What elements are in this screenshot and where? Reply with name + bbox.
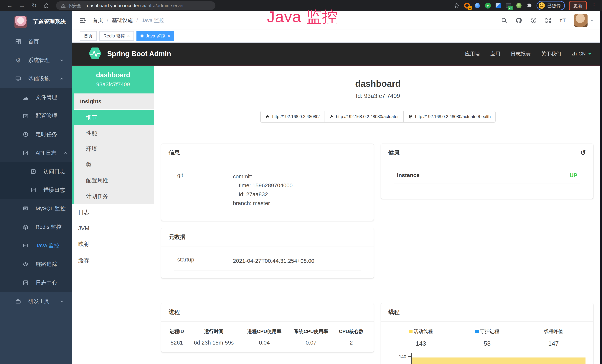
sidebar-item-mysql-monitor[interactable]: MySQL 监控 bbox=[0, 199, 72, 218]
github-icon[interactable] bbox=[516, 17, 522, 24]
active-dot bbox=[140, 34, 143, 37]
threads-legend: 活动线程 143 守护进程 bbox=[388, 328, 587, 347]
sidebar-item-redis-monitor[interactable]: Redis 监控 bbox=[0, 218, 72, 236]
extension-icon-6[interactable] bbox=[516, 2, 522, 9]
sidebar-item-java-monitor[interactable]: Java 监控 bbox=[0, 236, 72, 255]
extension-glyph bbox=[516, 3, 522, 8]
sidebar-item-error-logs[interactable]: 错误日志 bbox=[0, 181, 72, 199]
legend-daemon-threads: 守护进程 53 bbox=[454, 328, 520, 347]
legend-label: 活动线程 bbox=[388, 328, 454, 335]
menu-item-classes[interactable]: 类 bbox=[74, 157, 154, 173]
search-icon[interactable] bbox=[501, 17, 507, 23]
extension-icon-3[interactable]: y bbox=[485, 2, 491, 9]
service-url-button[interactable]: http://192.168.0.2:48080/ bbox=[260, 111, 324, 123]
sidebar-item-label: Redis 监控 bbox=[36, 224, 62, 231]
sba-nav-applications[interactable]: 应用 bbox=[490, 50, 500, 57]
sidebar-item-log-center[interactable]: 日志中心 bbox=[0, 274, 72, 292]
browser-menu-icon[interactable]: ⋮ bbox=[591, 2, 597, 9]
instance-sidebar: dashboard 93a3fc7f7409 Insights 细节 性能 环境… bbox=[72, 66, 154, 364]
sidebar-item-api-logs[interactable]: API 日志 bbox=[0, 144, 72, 162]
col-system-cpu: 系统CPU使用率 bbox=[288, 328, 334, 340]
sidebar-item-home[interactable]: 首页 bbox=[0, 32, 72, 51]
threads-card-title: 线程 bbox=[381, 303, 593, 321]
menu-item-jvm[interactable]: JVM bbox=[72, 221, 154, 236]
menu-item-details[interactable]: 细节 bbox=[74, 110, 154, 125]
legend-swatch-yellow bbox=[409, 330, 412, 333]
sba-nav-wallboard[interactable]: 应用墙 bbox=[465, 50, 480, 57]
sidebar-item-label: 系统管理 bbox=[28, 57, 50, 64]
breadcrumb-infra[interactable]: 基础设施 bbox=[112, 17, 133, 24]
extensions-puzzle-icon[interactable] bbox=[526, 2, 532, 9]
sidebar-logo[interactable]: 芋道管理系统 bbox=[0, 11, 72, 32]
forward-icon[interactable]: → bbox=[17, 1, 27, 10]
extension-icon-1[interactable]: 1 bbox=[464, 2, 470, 9]
breadcrumb-home[interactable]: 首页 bbox=[93, 17, 103, 24]
not-secure-warning[interactable]: 不安全 bbox=[61, 3, 81, 9]
metadata-value: 2021-04-27T00:44:31.254+08:00 bbox=[233, 257, 358, 265]
reload-icon[interactable]: ↻ bbox=[29, 1, 39, 10]
log-edit-icon bbox=[22, 279, 29, 287]
menu-item-environment[interactable]: 环境 bbox=[74, 141, 154, 157]
tab-home[interactable]: 首页 bbox=[80, 31, 97, 41]
back-icon[interactable]: ← bbox=[5, 1, 14, 10]
chevron-up-icon bbox=[63, 150, 68, 155]
sba-nav-about[interactable]: 关于我们 bbox=[541, 50, 561, 57]
actuator-url-button[interactable]: http://192.168.0.2:48080/actuator bbox=[324, 111, 404, 123]
tab-close-icon[interactable]: × bbox=[167, 33, 170, 39]
log-edit-icon bbox=[30, 186, 37, 194]
health-row-instance[interactable]: Instance UP bbox=[394, 170, 580, 184]
instance-header[interactable]: dashboard 93a3fc7f7409 bbox=[72, 66, 154, 94]
menu-item-metrics[interactable]: 性能 bbox=[74, 125, 154, 141]
url-text: dashboard.yudao.iocoder.cn/infra/admin-s… bbox=[87, 3, 184, 8]
health-url: http://192.168.0.2:48080/actuator/health bbox=[415, 114, 491, 119]
info-card: 信息 git commit: time: 1596289704000 id: 2… bbox=[161, 144, 374, 221]
tab-redis-monitor[interactable]: Redis 监控 × bbox=[99, 31, 134, 41]
breadcrumb: 首页 / 基础设施 / Java 监控 bbox=[93, 17, 164, 24]
menu-item-logs[interactable]: 日志 bbox=[72, 204, 154, 221]
home-icon[interactable] bbox=[42, 1, 51, 10]
sidebar-item-access-logs[interactable]: 访问日志 bbox=[0, 162, 72, 181]
infra-submenu: ☁ 文件管理 配置管理 定时任务 bbox=[0, 88, 72, 292]
fullscreen-icon[interactable] bbox=[545, 17, 551, 23]
sidebar-item-tracing[interactable]: 链路追踪 bbox=[0, 255, 72, 274]
sidebar: 芋道管理系统 首页 ⚙ 系统管理 基础设施 bbox=[0, 11, 72, 364]
help-icon[interactable] bbox=[530, 17, 537, 24]
sba-nav-journal[interactable]: 日志报表 bbox=[511, 50, 531, 57]
tab-java-monitor[interactable]: Java 监控 × bbox=[137, 31, 174, 41]
menu-item-scheduled-tasks[interactable]: 计划任务 bbox=[74, 188, 154, 204]
sba-locale-select[interactable]: zh-CN bbox=[571, 51, 592, 57]
sidebar-item-scheduled-jobs[interactable]: 定时任务 bbox=[0, 125, 72, 144]
user-menu[interactable] bbox=[574, 14, 593, 27]
update-button[interactable]: 更新 bbox=[569, 1, 587, 11]
menu-item-caches[interactable]: 缓存 bbox=[72, 252, 154, 269]
page-scrollbar[interactable] bbox=[600, 11, 602, 364]
annotation-java-monitor: Java 监控 bbox=[267, 6, 338, 27]
bookmark-star-icon[interactable] bbox=[453, 2, 460, 9]
history-icon[interactable]: ↺ bbox=[580, 150, 586, 156]
sidebar-item-infra[interactable]: 基础设施 bbox=[0, 70, 72, 88]
font-size-icon[interactable]: ᴛT bbox=[559, 17, 566, 23]
health-url-button[interactable]: http://192.168.0.2:48080/actuator/health bbox=[403, 111, 495, 123]
address-bar[interactable]: 不安全 dashboard.yudao.iocoder.cn/infra/adm… bbox=[56, 1, 215, 10]
extension-icon-5[interactable]: on bbox=[505, 2, 512, 9]
legend-text: 活动线程 bbox=[414, 328, 433, 335]
extension-badge: 1 bbox=[468, 6, 472, 10]
wrench-icon bbox=[329, 115, 333, 119]
profile-paused-badge[interactable]: 已暂停 bbox=[537, 1, 565, 10]
caret-down-icon bbox=[588, 53, 592, 57]
sidebar-item-system[interactable]: ⚙ 系统管理 bbox=[0, 51, 72, 70]
sidebar-item-config-manage[interactable]: 配置管理 bbox=[0, 107, 72, 125]
sidebar-item-file-manage[interactable]: ☁ 文件管理 bbox=[0, 88, 72, 107]
tabs-bar: 首页 Redis 监控 × Java 监控 × bbox=[72, 30, 602, 43]
admin-app: 芋道管理系统 首页 ⚙ 系统管理 基础设施 bbox=[0, 11, 602, 364]
menu-item-mappings[interactable]: 映射 bbox=[72, 236, 154, 252]
sidebar-item-dev-tools[interactable]: 研发工具 bbox=[0, 292, 72, 310]
tab-close-icon[interactable]: × bbox=[127, 33, 130, 39]
hamburger-icon[interactable] bbox=[79, 17, 86, 24]
menu-item-config-props[interactable]: 配置属性 bbox=[74, 173, 154, 188]
extension-icon-4[interactable] bbox=[495, 2, 501, 9]
eye-icon bbox=[22, 260, 29, 268]
divider bbox=[84, 3, 84, 8]
extension-icon-2[interactable] bbox=[474, 2, 481, 9]
insights-group-label: Insights bbox=[74, 94, 154, 110]
